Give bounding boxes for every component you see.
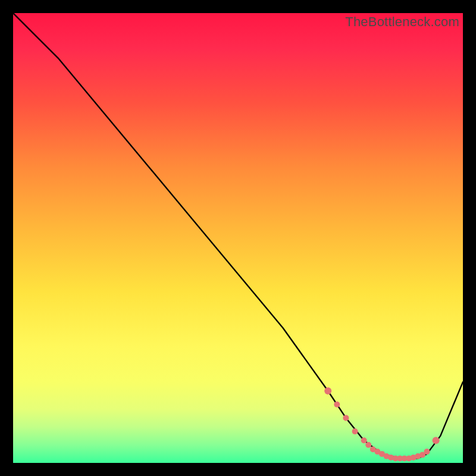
watermark-text: TheBottleneck.com: [345, 14, 459, 30]
dot: [433, 437, 440, 444]
dot: [343, 415, 349, 421]
plot-area: TheBottleneck.com: [13, 13, 463, 463]
dot: [424, 449, 430, 455]
dot: [334, 402, 340, 408]
dot: [324, 387, 331, 394]
dot: [352, 428, 358, 434]
bottleneck-curve: [13, 13, 463, 458]
dot: [365, 442, 371, 448]
dot: [361, 437, 367, 443]
chart-svg: [13, 13, 463, 463]
highlight-dots: [324, 387, 439, 461]
